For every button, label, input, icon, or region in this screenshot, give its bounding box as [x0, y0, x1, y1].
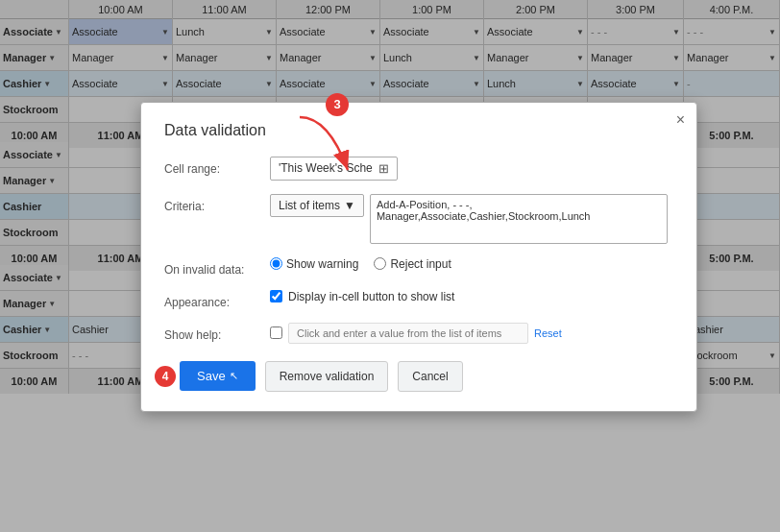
- cell-range-row: Cell range: 'This Week's Sche ⊞: [164, 157, 673, 181]
- appearance-row: Appearance: Display in-cell button to sh…: [164, 290, 673, 309]
- show-help-checkbox[interactable]: [270, 326, 282, 339]
- invalid-data-options: Show warning Reject input: [270, 257, 451, 271]
- reject-input-radio[interactable]: [374, 257, 386, 270]
- remove-label: Remove validation: [280, 370, 375, 383]
- spreadsheet-container: 10:00 AM 11:00 AM 12:00 PM 1:00 PM 2:00 …: [0, 0, 780, 532]
- reject-input-option[interactable]: Reject input: [374, 257, 451, 271]
- invalid-data-row: On invalid data: Show warning Reject inp…: [164, 257, 673, 277]
- criteria-textarea[interactable]: [370, 194, 668, 244]
- modal-title: Data validation: [164, 122, 673, 139]
- help-text-input[interactable]: [288, 323, 528, 344]
- display-button-checkbox[interactable]: [270, 290, 282, 302]
- modal-close-button[interactable]: ×: [676, 112, 685, 128]
- cell-range-input[interactable]: 'This Week's Sche ⊞: [270, 157, 398, 181]
- remove-validation-button[interactable]: Remove validation: [265, 361, 389, 392]
- save-label: Save: [197, 369, 226, 383]
- modal-buttons: 4 Save ↖ Remove validation Cancel: [164, 361, 673, 392]
- cancel-button[interactable]: Cancel: [398, 361, 462, 392]
- criteria-label: Criteria:: [164, 194, 270, 213]
- save-button[interactable]: Save ↖: [180, 361, 256, 391]
- criteria-dropdown-arrow: ▼: [344, 199, 355, 212]
- criteria-dropdown-label: List of items: [279, 199, 340, 212]
- show-warning-label: Show warning: [286, 257, 358, 271]
- step-4-badge: 4: [155, 366, 176, 387]
- display-button-label: Display in-cell button to show list: [288, 290, 454, 303]
- show-warning-radio[interactable]: [270, 257, 282, 270]
- show-help-label-el: Show help:: [164, 323, 270, 342]
- show-help-row: Show help: Reset: [164, 323, 673, 344]
- cursor-icon: ↖: [230, 370, 238, 382]
- cell-range-label: Cell range:: [164, 157, 270, 176]
- grid-icon: ⊞: [378, 161, 389, 176]
- invalid-data-label: On invalid data:: [164, 257, 270, 277]
- step-3-badge: 3: [326, 93, 349, 116]
- cancel-label: Cancel: [412, 370, 448, 383]
- modal-overlay: 3 × Data validation Cell range: 'This We…: [0, 0, 780, 532]
- appearance-label: Appearance:: [164, 290, 270, 309]
- show-warning-option[interactable]: Show warning: [270, 257, 358, 271]
- data-validation-modal: 3 × Data validation Cell range: 'This We…: [140, 102, 697, 412]
- criteria-dropdown[interactable]: List of items ▼: [270, 194, 364, 217]
- cell-range-value: 'This Week's Sche: [279, 161, 373, 175]
- reject-input-label: Reject input: [390, 257, 451, 271]
- criteria-row: Criteria: List of items ▼: [164, 194, 673, 244]
- reset-link[interactable]: Reset: [534, 327, 562, 339]
- display-button-option: Display in-cell button to show list: [270, 290, 454, 303]
